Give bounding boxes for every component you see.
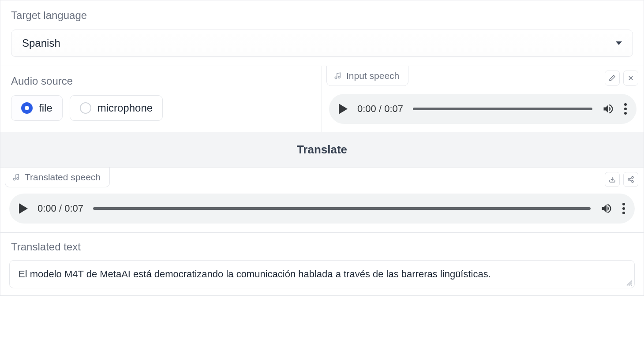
- chevron-down-icon: [616, 41, 622, 45]
- volume-icon: [600, 202, 613, 215]
- radio-checked-icon: [21, 102, 33, 114]
- output-audio-seekbar[interactable]: [93, 207, 591, 210]
- translated-speech-section: Translated speech 0:00 / 0:07: [0, 168, 644, 233]
- translated-speech-label: Translated speech: [25, 172, 101, 183]
- radio-unchecked-icon: [80, 102, 91, 114]
- radio-label-microphone: microphone: [97, 102, 153, 114]
- output-audio-player: 0:00 / 0:07: [9, 194, 635, 224]
- volume-button[interactable]: [600, 202, 613, 215]
- audio-menu-button[interactable]: [624, 103, 627, 115]
- input-speech-chip: Input speech: [326, 66, 408, 86]
- translated-speech-actions: [605, 172, 638, 187]
- output-audio-time: 0:00 / 0:07: [37, 203, 83, 214]
- translated-text-output[interactable]: El modelo M4T de MetaAI está democratiza…: [9, 260, 635, 288]
- target-language-label: Target language: [11, 9, 633, 22]
- translated-text-value: El modelo M4T de MetaAI está democratiza…: [19, 268, 491, 280]
- pencil-icon: [609, 75, 616, 82]
- radio-label-file: file: [39, 102, 52, 114]
- target-language-value: Spanish: [22, 37, 60, 49]
- translated-text-label: Translated text: [11, 241, 633, 253]
- audio-source-file-radio[interactable]: file: [11, 95, 63, 121]
- translated-speech-chip: Translated speech: [5, 168, 110, 187]
- svg-point-0: [335, 77, 337, 79]
- input-audio-time: 0:00 / 0:07: [357, 103, 403, 115]
- resize-handle-icon: [626, 280, 633, 286]
- svg-point-4: [632, 176, 633, 178]
- svg-point-6: [632, 181, 633, 183]
- volume-button[interactable]: [602, 103, 614, 115]
- download-icon: [609, 176, 616, 183]
- target-language-section: Target language Spanish: [0, 0, 644, 66]
- input-speech-header: Input speech: [322, 66, 644, 86]
- clear-button[interactable]: [623, 71, 638, 86]
- play-button[interactable]: [339, 104, 348, 114]
- share-button[interactable]: [623, 172, 638, 187]
- svg-point-2: [13, 178, 15, 180]
- close-icon: [627, 75, 634, 82]
- audio-source-section: Audio source file microphone: [0, 66, 322, 132]
- kebab-icon: [622, 203, 625, 214]
- target-language-dropdown[interactable]: Spanish: [11, 30, 633, 57]
- svg-point-1: [338, 76, 341, 78]
- audio-source-radio-group: file microphone: [11, 95, 311, 121]
- translate-button[interactable]: Translate: [0, 132, 644, 168]
- input-speech-section: Input speech 0:00 / 0:07: [322, 66, 644, 132]
- input-row: Audio source file microphone Input speec…: [0, 66, 644, 132]
- translated-text-section: Translated text El modelo M4T de MetaAI …: [0, 233, 644, 296]
- audio-menu-button[interactable]: [622, 203, 625, 214]
- edit-button[interactable]: [605, 71, 620, 86]
- kebab-icon: [624, 103, 627, 115]
- translated-speech-header: Translated speech: [0, 168, 644, 187]
- play-button[interactable]: [19, 203, 28, 214]
- share-icon: [627, 176, 634, 183]
- svg-point-5: [628, 179, 630, 180]
- svg-point-3: [17, 178, 19, 180]
- download-button[interactable]: [605, 172, 620, 187]
- music-icon: [334, 72, 342, 80]
- volume-icon: [602, 103, 614, 115]
- input-audio-seekbar[interactable]: [413, 108, 592, 110]
- music-icon: [12, 173, 20, 181]
- input-speech-actions: [605, 71, 638, 86]
- input-speech-label: Input speech: [346, 71, 399, 81]
- audio-source-microphone-radio[interactable]: microphone: [70, 95, 163, 121]
- audio-source-label: Audio source: [11, 75, 311, 87]
- input-audio-player: 0:00 / 0:07: [329, 94, 637, 124]
